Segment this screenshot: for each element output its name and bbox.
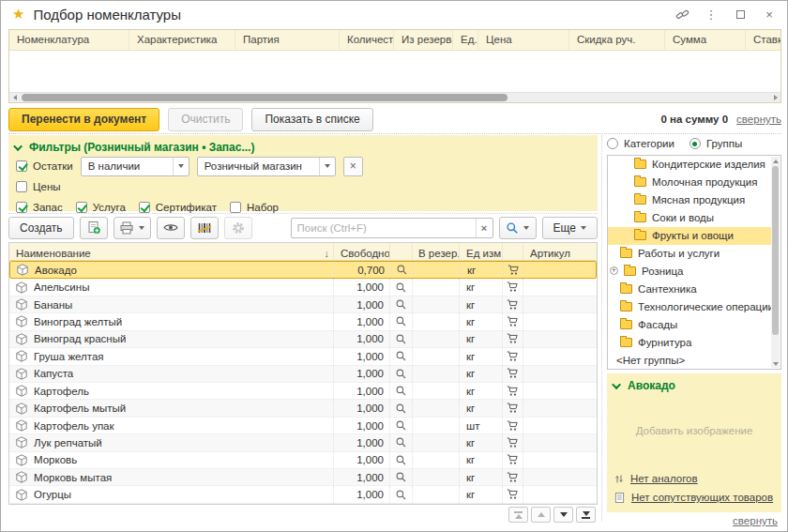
- doc-col-nomenclature[interactable]: Номенклатура: [9, 30, 129, 50]
- create-button[interactable]: Создать: [8, 217, 74, 239]
- create-by-copy-button[interactable]: [80, 217, 108, 239]
- cart-icon[interactable]: [507, 333, 519, 344]
- vertical-splitter[interactable]: [601, 135, 602, 522]
- clear-search-icon[interactable]: [476, 219, 492, 237]
- list-item[interactable]: Апельсины1,000кг: [9, 279, 597, 296]
- dropdown-caret-icon[interactable]: [319, 158, 335, 175]
- tree-item[interactable]: Молочная продукция: [608, 174, 771, 191]
- cart-icon[interactable]: [507, 472, 519, 483]
- sort-descending-icon[interactable]: ↓: [325, 248, 330, 259]
- barcode-scan-button[interactable]: [190, 217, 219, 239]
- categories-radio[interactable]: Категории: [607, 138, 674, 149]
- groups-radio[interactable]: Группы: [690, 138, 742, 149]
- doc-col-sum[interactable]: Сумма: [665, 30, 746, 50]
- analogs-link[interactable]: Нет аналогов: [630, 473, 698, 484]
- list-item[interactable]: Картофель упак1,000шт: [9, 418, 597, 434]
- tree-item[interactable]: Мясная продукция: [608, 191, 771, 209]
- more-button[interactable]: Еще: [542, 217, 598, 239]
- cart-icon[interactable]: [507, 420, 519, 432]
- kit-checkbox[interactable]: Набор: [230, 202, 279, 213]
- col-article[interactable]: Артикул: [523, 243, 597, 260]
- scroll-up-arrow-icon[interactable]: [771, 157, 780, 165]
- search-options-button[interactable]: [499, 217, 537, 239]
- settings-gear-button[interactable]: [224, 217, 252, 239]
- scroll-down-arrow-icon[interactable]: [771, 359, 780, 368]
- clear-warehouse-button[interactable]: [343, 157, 363, 176]
- cart-icon[interactable]: [507, 386, 519, 397]
- list-item[interactable]: Лук репчатый1,000кг: [9, 434, 597, 451]
- window-menu-icon[interactable]: ⋮: [705, 8, 718, 21]
- preview-eye-button[interactable]: [157, 217, 185, 239]
- list-item[interactable]: Виноград желтый1,000кг: [9, 313, 597, 330]
- remains-mode-select[interactable]: В наличии: [81, 157, 189, 176]
- col-free[interactable]: Свободно: [334, 243, 390, 260]
- magnifier-icon[interactable]: [395, 368, 407, 380]
- remains-checkbox[interactable]: Остатки: [16, 160, 73, 172]
- filters-title[interactable]: Фильтры (Розничный магазин • Запас...): [16, 139, 590, 156]
- doc-col-unit[interactable]: Ед.: [453, 30, 478, 50]
- transfer-to-document-button[interactable]: Перенести в документ: [8, 108, 159, 131]
- magnifier-icon[interactable]: [395, 403, 407, 415]
- magnifier-icon[interactable]: [395, 436, 407, 448]
- expand-icon[interactable]: [610, 266, 618, 275]
- doc-col-price[interactable]: Цена: [478, 30, 569, 50]
- favorite-star-icon[interactable]: ★: [12, 6, 24, 23]
- page-down-button[interactable]: [553, 507, 573, 523]
- doc-col-from-reserve[interactable]: Из резерва: [394, 30, 453, 50]
- magnifier-icon[interactable]: [395, 298, 407, 311]
- magnifier-icon[interactable]: [395, 419, 407, 432]
- tree-item[interactable]: Фурнитура: [608, 333, 771, 351]
- cart-icon[interactable]: [507, 316, 519, 327]
- get-link-icon[interactable]: [675, 8, 689, 21]
- doc-col-manual-discount[interactable]: Скидка руч.: [569, 30, 665, 50]
- tree-scrollbar[interactable]: [771, 157, 780, 368]
- document-table-body[interactable]: [9, 51, 780, 92]
- doc-col-characteristic[interactable]: Характеристика: [129, 30, 235, 50]
- magnifier-icon[interactable]: [395, 454, 407, 466]
- magnifier-icon[interactable]: [395, 315, 407, 327]
- col-name[interactable]: Наименование ↓: [9, 243, 334, 260]
- list-item[interactable]: Картофель мытый1,000кг: [9, 400, 597, 417]
- tree-item[interactable]: Работы и услуги: [608, 245, 771, 263]
- list-item[interactable]: Морковь1,000кг: [9, 452, 597, 469]
- close-icon[interactable]: ×: [763, 8, 776, 21]
- go-first-button[interactable]: [508, 507, 528, 523]
- cart-icon[interactable]: [507, 437, 519, 448]
- list-item[interactable]: Авокадо0,700кг: [9, 261, 597, 279]
- magnifier-icon[interactable]: [396, 264, 408, 276]
- list-item[interactable]: Морковь мытая1,000кг: [9, 469, 597, 486]
- tree-item[interactable]: Сантехника: [608, 280, 771, 297]
- tree-item[interactable]: Розница: [608, 263, 771, 281]
- magnifier-icon[interactable]: [395, 333, 407, 345]
- col-reserve[interactable]: В резер...: [413, 243, 460, 260]
- col-unit[interactable]: Ед изм: [460, 243, 503, 260]
- tree-item[interactable]: Соки и воды: [608, 209, 771, 227]
- detail-title[interactable]: Авокадо: [614, 379, 774, 392]
- cart-icon[interactable]: [508, 265, 520, 276]
- search-input[interactable]: [292, 222, 476, 234]
- magnifier-icon[interactable]: [395, 281, 407, 294]
- list-item[interactable]: Картофель1,000кг: [9, 383, 597, 400]
- cart-icon[interactable]: [507, 489, 519, 500]
- cart-icon[interactable]: [507, 299, 519, 311]
- doc-table-horizontal-scrollbar[interactable]: [9, 92, 780, 102]
- collapse-detail-link[interactable]: свернуть: [733, 515, 778, 526]
- scrollbar-thumb[interactable]: [22, 94, 508, 101]
- clear-button[interactable]: Очистить: [168, 108, 243, 131]
- certificate-checkbox[interactable]: Сертификат: [139, 202, 217, 213]
- add-image-placeholder[interactable]: Добавить изображение: [614, 392, 774, 469]
- col-cart[interactable]: [503, 243, 523, 260]
- tree-item[interactable]: <Нет группы>: [608, 351, 771, 369]
- list-item[interactable]: Бананы1,000кг: [9, 296, 597, 313]
- maximize-icon[interactable]: [734, 8, 747, 21]
- doc-col-quantity[interactable]: Количество: [340, 30, 394, 50]
- cart-icon[interactable]: [507, 454, 519, 465]
- show-in-list-button[interactable]: Показать в списке: [251, 108, 372, 131]
- list-item[interactable]: Капуста1,000кг: [9, 366, 597, 383]
- print-button[interactable]: [114, 217, 151, 239]
- related-link[interactable]: Нет сопутствующих товаров: [631, 492, 773, 503]
- col-lens[interactable]: [390, 243, 413, 260]
- list-item[interactable]: Огурцы1,000кг: [9, 486, 597, 503]
- magnifier-icon[interactable]: [395, 385, 407, 397]
- prices-checkbox[interactable]: Цены: [16, 181, 61, 192]
